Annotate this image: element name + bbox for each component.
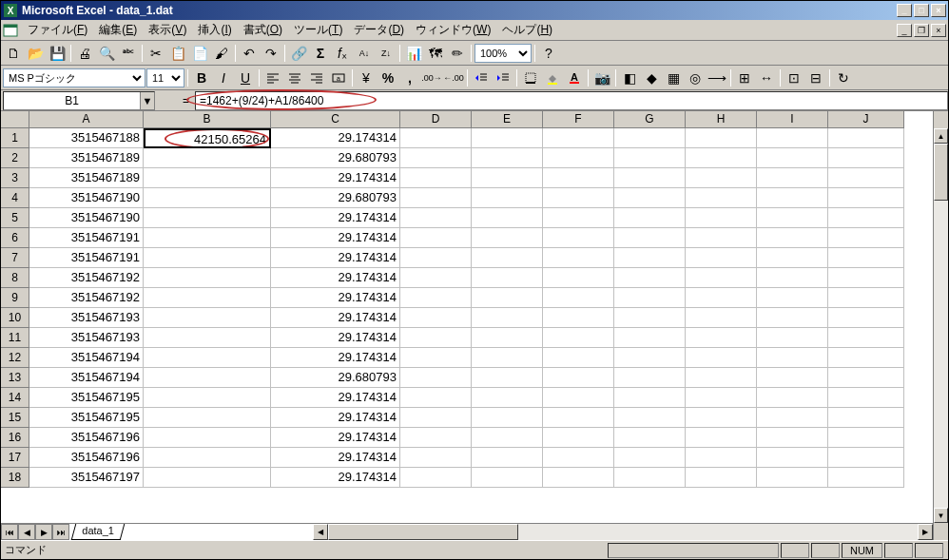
cell-J13[interactable] xyxy=(828,368,904,388)
cell-D16[interactable] xyxy=(400,428,472,448)
undo-button[interactable]: ↶ xyxy=(239,43,260,64)
cell-G12[interactable] xyxy=(614,348,686,368)
format-painter-button[interactable]: 🖌 xyxy=(211,43,232,64)
cell-I11[interactable] xyxy=(757,328,828,348)
cell-F7[interactable] xyxy=(543,248,614,268)
cell-I16[interactable] xyxy=(757,428,828,448)
print-button[interactable]: 🖨 xyxy=(74,43,95,64)
cell-B12[interactable] xyxy=(144,348,271,368)
zoom-select[interactable]: 100% xyxy=(474,44,532,63)
cell-C3[interactable]: 29.174314 xyxy=(271,168,400,188)
cell-B13[interactable] xyxy=(144,368,271,388)
menu-tools[interactable]: ツール(T) xyxy=(288,21,348,38)
cell-C8[interactable]: 29.174314 xyxy=(271,268,400,288)
cell-D15[interactable] xyxy=(400,408,472,428)
cell-C7[interactable]: 29.174314 xyxy=(271,248,400,268)
bold-button[interactable]: B xyxy=(191,68,212,88)
comma-button[interactable]: , xyxy=(399,68,420,88)
shapes-button[interactable]: ◧ xyxy=(619,68,640,88)
drawing-button[interactable]: ✏ xyxy=(447,43,468,64)
cell-J1[interactable] xyxy=(828,128,904,148)
col-header-J[interactable]: J xyxy=(828,111,904,128)
cell-A18[interactable]: 3515467197 xyxy=(29,468,144,488)
insert-button[interactable]: ▦ xyxy=(663,68,684,88)
cell-G13[interactable] xyxy=(614,368,686,388)
cell-E15[interactable] xyxy=(472,408,543,428)
row-header-3[interactable]: 3 xyxy=(1,168,29,188)
cell-E12[interactable] xyxy=(472,348,543,368)
row-header-5[interactable]: 5 xyxy=(1,208,29,228)
row-header-13[interactable]: 13 xyxy=(1,368,29,388)
cell-I9[interactable] xyxy=(757,288,828,308)
cell-A17[interactable]: 3515467196 xyxy=(29,448,144,468)
row-header-15[interactable]: 15 xyxy=(1,408,29,428)
cell-G7[interactable] xyxy=(614,248,686,268)
cell-B15[interactable] xyxy=(144,408,271,428)
underline-button[interactable]: U xyxy=(235,68,256,88)
cell-H2[interactable] xyxy=(686,148,757,168)
col-header-G[interactable]: G xyxy=(614,111,686,128)
vscroll-track[interactable] xyxy=(934,144,948,508)
row-header-11[interactable]: 11 xyxy=(1,328,29,348)
cell-B5[interactable] xyxy=(144,208,271,228)
font-size-select[interactable]: 11 xyxy=(146,68,184,87)
mdi-minimize-button[interactable]: _ xyxy=(897,24,912,37)
menu-data[interactable]: データ(D) xyxy=(348,21,410,38)
merge-center-button[interactable]: a xyxy=(328,68,349,88)
sheet-tab[interactable]: data_1 xyxy=(71,524,125,540)
cell-A13[interactable]: 3515467194 xyxy=(29,368,144,388)
cell-D11[interactable] xyxy=(400,328,472,348)
cell-H4[interactable] xyxy=(686,188,757,208)
cell-I13[interactable] xyxy=(757,368,828,388)
cell-F5[interactable] xyxy=(543,208,614,228)
cell-F17[interactable] xyxy=(543,448,614,468)
cell-H17[interactable] xyxy=(686,448,757,468)
hscroll-left-button[interactable]: ◀ xyxy=(313,524,328,540)
cell-B17[interactable] xyxy=(144,448,271,468)
cell-E10[interactable] xyxy=(472,308,543,328)
cell-C18[interactable]: 29.174314 xyxy=(271,468,400,488)
cell-A5[interactable]: 3515467190 xyxy=(29,208,144,228)
open-button[interactable]: 📂 xyxy=(25,43,46,64)
minimize-button[interactable]: _ xyxy=(897,4,912,17)
cell-H10[interactable] xyxy=(686,308,757,328)
cell-G1[interactable] xyxy=(614,128,686,148)
col-header-D[interactable]: D xyxy=(400,111,472,128)
cell-A1[interactable]: 3515467188 xyxy=(29,128,144,148)
cell-F14[interactable] xyxy=(543,388,614,408)
vscroll-down-button[interactable]: ▼ xyxy=(934,508,948,523)
cell-I15[interactable] xyxy=(757,408,828,428)
cell-F11[interactable] xyxy=(543,328,614,348)
col-header-F[interactable]: F xyxy=(543,111,614,128)
cell-C17[interactable]: 29.174314 xyxy=(271,448,400,468)
cell-C6[interactable]: 29.174314 xyxy=(271,228,400,248)
vscroll-thumb[interactable] xyxy=(934,144,948,201)
cell-D9[interactable] xyxy=(400,288,472,308)
cell-D17[interactable] xyxy=(400,448,472,468)
cell-C12[interactable]: 29.174314 xyxy=(271,348,400,368)
cell-F9[interactable] xyxy=(543,288,614,308)
sheet-next-button[interactable]: ▶ xyxy=(35,524,52,540)
cell-A10[interactable]: 3515467193 xyxy=(29,308,144,328)
cell-E16[interactable] xyxy=(472,428,543,448)
cell-F16[interactable] xyxy=(543,428,614,448)
cell-J12[interactable] xyxy=(828,348,904,368)
menu-edit[interactable]: 編集(E) xyxy=(93,21,143,38)
cell-C16[interactable]: 29.174314 xyxy=(271,428,400,448)
cell-B14[interactable] xyxy=(144,388,271,408)
row-header-7[interactable]: 7 xyxy=(1,248,29,268)
menu-view[interactable]: 表示(V) xyxy=(143,21,192,38)
cell-G11[interactable] xyxy=(614,328,686,348)
cell-B6[interactable] xyxy=(144,228,271,248)
paste-button[interactable]: 📄 xyxy=(189,43,210,64)
menu-format[interactable]: 書式(O) xyxy=(238,21,288,38)
cell-J10[interactable] xyxy=(828,308,904,328)
cell-G10[interactable] xyxy=(614,308,686,328)
cell-F1[interactable] xyxy=(543,128,614,148)
cell-G8[interactable] xyxy=(614,268,686,288)
print-preview-button[interactable]: 🔍 xyxy=(96,43,117,64)
cell-J15[interactable] xyxy=(828,408,904,428)
copy-button[interactable]: 📋 xyxy=(167,43,188,64)
redo-button[interactable]: ↷ xyxy=(261,43,281,64)
chart-button[interactable]: 📊 xyxy=(403,43,424,64)
